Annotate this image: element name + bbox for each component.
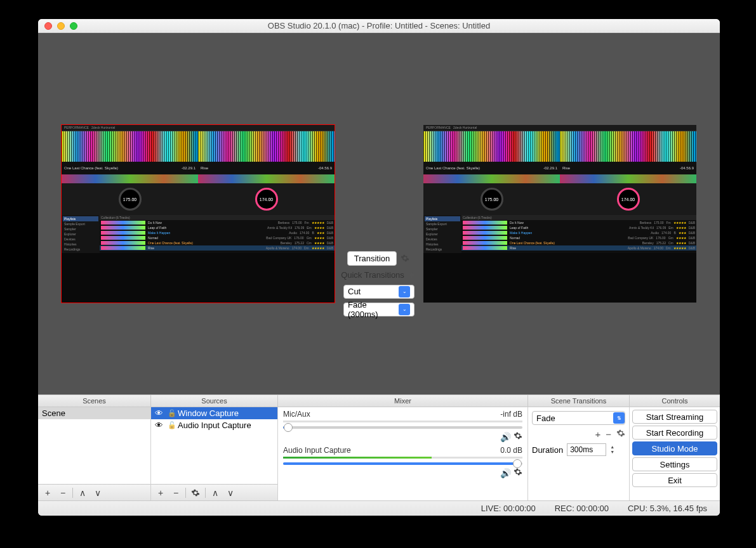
duration-stepper[interactable]: ▲▼ xyxy=(610,445,618,455)
transition-properties-button[interactable] xyxy=(616,429,625,440)
scenes-header: Scenes xyxy=(38,395,151,407)
preview-program-canvas: PERFORMANCE 2deck Horizontal One Last Ch… xyxy=(423,125,696,303)
transition-settings-icon[interactable] xyxy=(399,252,411,264)
status-rec: REC: 00:00:00 xyxy=(555,504,609,513)
quick-transitions-label: Quick Transitions xyxy=(341,270,404,280)
mixer-panel: Mic/Aux-inf dB🔊Audio Input Capture0.0 dB… xyxy=(278,407,528,500)
chevron-down-icon: ⌄ xyxy=(399,286,410,297)
jog-a: 175.00 xyxy=(119,188,142,211)
window-title: OBS Studio 20.1.0 (mac) - Profile: Untit… xyxy=(38,21,720,30)
titlebar: OBS Studio 20.1.0 (mac) - Profile: Untit… xyxy=(38,19,720,33)
remove-scene-button[interactable]: − xyxy=(56,486,70,499)
studio-mode-button[interactable]: Studio Mode xyxy=(632,441,717,455)
sources-toolbar: + − ∧ ∨ xyxy=(151,484,277,500)
deck-a-time: -02.29.1 xyxy=(182,166,196,170)
sources-header: Sources xyxy=(151,395,278,407)
add-source-button[interactable]: + xyxy=(154,486,168,499)
scene-item[interactable]: Scene xyxy=(38,407,150,419)
duration-input[interactable] xyxy=(567,443,606,456)
channel-level: -inf dB xyxy=(500,410,522,419)
add-quick-transition-icon[interactable]: + xyxy=(407,270,417,281)
statusbar: LIVE: 00:00:00 REC: 00:00:00 CPU: 5.3%, … xyxy=(38,500,720,516)
move-scene-up-button[interactable]: ∧ xyxy=(76,486,90,499)
mixer-channel: Mic/Aux-inf dB🔊 xyxy=(278,407,527,443)
scenes-list[interactable]: Scene xyxy=(38,407,150,484)
mixer-header: Mixer xyxy=(278,395,528,407)
volume-slider[interactable] xyxy=(283,426,522,429)
channel-settings-icon[interactable] xyxy=(514,431,522,442)
preview-area: PERFORMANCE 2deck Horizontal One Last Ch… xyxy=(38,33,720,395)
sources-list[interactable]: 👁🔓Window Capture👁🔓Audio Input Capture xyxy=(151,407,277,484)
scene-transitions-panel: Fade ⇅ + − Duration ▲▼ xyxy=(528,407,630,500)
transition-controls: Transition Quick Transitions + Cut ⌄ Fad… xyxy=(338,112,420,316)
dock-panels: Scenes Sources Mixer Scene Transitions C… xyxy=(38,395,720,500)
controls-header: Controls xyxy=(630,395,720,407)
settings-button[interactable]: Settings xyxy=(632,457,717,471)
jog-b: 174.00 xyxy=(255,188,278,211)
add-transition-button[interactable]: + xyxy=(595,429,600,440)
duration-label: Duration xyxy=(532,445,563,455)
browser-list: Collection (6 Tracks)Do It NowBerbess175… xyxy=(100,215,335,253)
preview-program[interactable]: PERFORMANCE 2deck Horizontal One Last Ch… xyxy=(420,49,700,379)
quick-transition-fade[interactable]: Fade (300ms) ⌄ xyxy=(343,303,414,316)
preview-edit-canvas[interactable]: PERFORMANCE 2deck Horizontal One Last Ch… xyxy=(62,125,335,303)
deck-b-title: Rise xyxy=(201,166,208,170)
lock-icon[interactable]: 🔓 xyxy=(168,409,175,417)
chevron-updown-icon: ⇅ xyxy=(613,412,625,424)
preview-edit[interactable]: PERFORMANCE 2deck Horizontal One Last Ch… xyxy=(58,49,338,379)
quick-transition-cut[interactable]: Cut ⌄ xyxy=(343,285,414,299)
controls-panel: Start StreamingStart RecordingStudio Mod… xyxy=(630,407,720,500)
scenes-panel: Scene + − ∧ ∨ xyxy=(38,407,151,500)
channel-name: Audio Input Capture xyxy=(283,446,351,455)
transition-button[interactable]: Transition xyxy=(347,251,397,266)
lock-icon[interactable]: 🔓 xyxy=(168,421,175,429)
deck-a-title: One Last Chance (feat. Skyelle) xyxy=(64,166,118,170)
deck-b-time: -04.56.9 xyxy=(318,166,332,170)
add-scene-button[interactable]: + xyxy=(41,486,55,499)
browser-sidebar: PlaylistsSample ExportSamplerExplorerDev… xyxy=(62,215,100,253)
move-scene-down-button[interactable]: ∨ xyxy=(91,486,105,499)
app-window: OBS Studio 20.1.0 (mac) - Profile: Untit… xyxy=(38,19,720,516)
speaker-icon[interactable]: 🔊 xyxy=(500,468,511,478)
move-source-down-button[interactable]: ∨ xyxy=(223,486,237,499)
source-item[interactable]: 👁🔓Window Capture xyxy=(151,407,277,419)
speaker-icon[interactable]: 🔊 xyxy=(500,432,511,442)
remove-source-button[interactable]: − xyxy=(169,486,183,499)
transition-select[interactable]: Fade ⇅ xyxy=(532,411,625,425)
channel-name: Mic/Aux xyxy=(283,410,310,419)
remove-transition-button[interactable]: − xyxy=(606,429,611,440)
visibility-icon[interactable]: 👁 xyxy=(155,408,165,418)
start-streaming-button[interactable]: Start Streaming xyxy=(632,410,717,424)
mixer-channel: Audio Input Capture0.0 dB🔊 xyxy=(278,443,527,480)
start-recording-button[interactable]: Start Recording xyxy=(632,426,717,440)
visibility-icon[interactable]: 👁 xyxy=(155,421,165,430)
chevron-down-icon: ⌄ xyxy=(399,304,410,315)
scenes-toolbar: + − ∧ ∨ xyxy=(38,484,150,500)
volume-slider[interactable] xyxy=(283,462,522,465)
source-item[interactable]: 👁🔓Audio Input Capture xyxy=(151,419,277,431)
sources-panel: 👁🔓Window Capture👁🔓Audio Input Capture + … xyxy=(151,407,278,500)
status-live: LIVE: 00:00:00 xyxy=(481,504,536,513)
exit-button[interactable]: Exit xyxy=(632,473,717,487)
channel-settings-icon[interactable] xyxy=(514,467,522,478)
scene-transitions-header: Scene Transitions xyxy=(528,395,630,407)
move-source-up-button[interactable]: ∧ xyxy=(208,486,222,499)
source-properties-button[interactable] xyxy=(189,486,202,499)
status-cpu: CPU: 5.3%, 16.45 fps xyxy=(628,504,707,513)
channel-level: 0.0 dB xyxy=(500,446,522,455)
